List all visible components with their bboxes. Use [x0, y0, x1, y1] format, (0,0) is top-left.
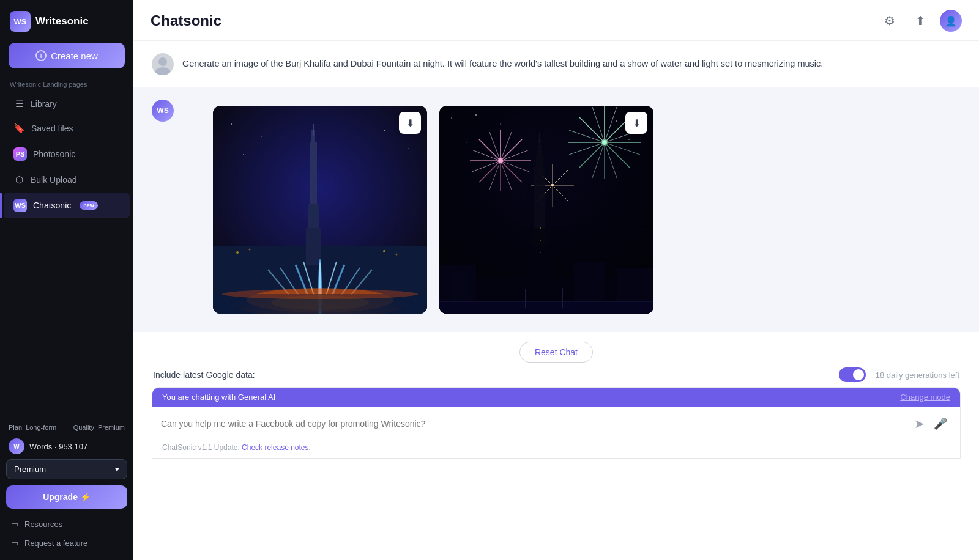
download-button-1[interactable]: ⬇: [399, 112, 421, 134]
bulk-upload-icon: ⬡: [13, 174, 24, 185]
sidebar-section-label: Writesonic Landing pages: [0, 78, 133, 92]
svg-point-0: [158, 57, 167, 66]
premium-select[interactable]: Premium ▾: [6, 459, 127, 479]
change-mode-link[interactable]: Change mode: [900, 392, 950, 402]
download-button-2[interactable]: ⬇: [625, 112, 647, 134]
svg-point-31: [408, 148, 409, 149]
chat-mode-text: You are chatting with General AI: [162, 392, 275, 402]
request-feature-icon: ▭: [11, 539, 18, 548]
svg-point-25: [249, 249, 251, 251]
words-row: W Words · 953,107: [6, 435, 127, 459]
ws-avatar-msg: WS: [152, 100, 174, 122]
chatsonic-icon: WS: [13, 199, 27, 212]
new-badge: new: [80, 201, 98, 210]
words-avatar: W: [9, 438, 24, 454]
generations-left: 18 daily generations left: [876, 370, 959, 380]
microphone-button[interactable]: 🎤: [929, 413, 951, 435]
svg-rect-99: [439, 301, 653, 314]
toggle-knob: [853, 369, 864, 380]
svg-point-1: [155, 67, 171, 75]
sidebar-item-resources[interactable]: ▭ Resources: [6, 515, 127, 534]
user-message-row: Generate an image of the Burj Khalifa an…: [133, 41, 979, 87]
logo-icon: WS: [10, 11, 31, 32]
ai-message-row: WS: [133, 87, 979, 332]
reset-chat-button[interactable]: Reset Chat: [519, 342, 593, 363]
plan-info: Plan: Long-form Quality: Premium: [6, 424, 127, 431]
user-message-text: Generate an image of the Burj Khalifa an…: [182, 53, 823, 70]
svg-rect-101: [525, 289, 526, 308]
sidebar-item-library[interactable]: ☰ Library: [4, 92, 130, 116]
svg-point-29: [261, 136, 262, 137]
chat-mode-banner: You are chatting with General AI Change …: [152, 388, 960, 407]
svg-point-83: [551, 184, 554, 186]
chevron-down-icon: ▾: [115, 465, 119, 474]
google-toggle-row: Include latest Google data: 18 daily gen…: [152, 367, 961, 382]
upgrade-button[interactable]: Upgrade ⚡: [6, 485, 127, 509]
google-toggle[interactable]: [839, 367, 866, 382]
chat-input-row: ➤ 🎤: [152, 407, 960, 441]
svg-point-26: [383, 250, 385, 252]
user-avatar-msg: [152, 53, 174, 75]
sidebar: WS Writesonic + Create new Writesonic La…: [0, 0, 133, 560]
sidebar-item-chatsonic[interactable]: WS Chatsonic new: [4, 193, 130, 218]
saved-files-icon: 🔖: [13, 123, 25, 134]
release-notes-prefix: ChatSonic v1.1 Update.: [162, 443, 240, 452]
upload-icon: ⬆: [915, 13, 926, 28]
svg-point-74: [498, 158, 503, 163]
reset-row: Reset Chat: [133, 332, 979, 367]
google-toggle-label: Include latest Google data:: [153, 370, 255, 380]
ai-response-content: ⬇: [182, 100, 961, 320]
image-card-2: ⬇: [439, 106, 653, 314]
send-icon: ➤: [914, 416, 925, 431]
svg-rect-9: [306, 228, 321, 265]
svg-point-24: [236, 251, 239, 254]
fireworks-image: [439, 106, 653, 314]
release-notes-link[interactable]: Check release notes.: [242, 443, 311, 452]
chat-input-container: You are chatting with General AI Change …: [152, 387, 961, 459]
svg-point-37: [616, 120, 617, 122]
avatar-icon: 👤: [945, 15, 957, 27]
svg-point-27: [396, 254, 398, 256]
create-new-button[interactable]: + Create new: [9, 43, 125, 68]
chat-area[interactable]: Generate an image of the Burj Khalifa an…: [133, 41, 979, 560]
sidebar-item-saved-files[interactable]: 🔖 Saved files: [4, 117, 130, 140]
svg-point-98: [540, 252, 541, 253]
svg-rect-88: [539, 133, 540, 142]
svg-point-36: [500, 123, 501, 125]
generated-images: ⬇: [213, 106, 961, 314]
svg-point-32: [243, 154, 244, 155]
svg-point-30: [384, 130, 385, 131]
svg-point-96: [540, 227, 541, 229]
quality-label: Quality: Premium: [73, 424, 125, 431]
svg-point-39: [466, 142, 467, 142]
svg-point-34: [451, 117, 452, 119]
microphone-icon: 🎤: [934, 417, 947, 430]
svg-point-40: [628, 139, 630, 140]
sidebar-item-photosonic[interactable]: PS Photosonic: [4, 141, 130, 167]
main-area: Chatsonic ⚙ ⬆ 👤 Generate an image of the…: [133, 0, 979, 560]
svg-rect-7: [313, 124, 314, 136]
svg-point-97: [540, 240, 541, 241]
fountain-image: [213, 106, 427, 314]
sidebar-bottom: Plan: Long-form Quality: Premium W Words…: [0, 416, 133, 560]
sidebar-item-bulk-upload[interactable]: ⬡ Bulk Upload: [4, 168, 130, 191]
user-avatar[interactable]: 👤: [940, 10, 962, 32]
gear-icon: ⚙: [884, 13, 895, 28]
library-icon: ☰: [13, 98, 24, 109]
chat-input[interactable]: [161, 419, 909, 429]
upload-button[interactable]: ⬆: [909, 10, 931, 32]
plan-label: Plan: Long-form: [9, 424, 56, 431]
topbar-actions: ⚙ ⬆ 👤: [879, 10, 962, 32]
settings-button[interactable]: ⚙: [879, 10, 901, 32]
svg-point-35: [475, 114, 477, 116]
svg-point-23: [222, 289, 418, 299]
brand-name: Writesonic: [35, 15, 89, 28]
sidebar-item-request-feature[interactable]: ▭ Request a feature: [6, 534, 127, 553]
resources-icon: ▭: [11, 520, 18, 529]
photosonic-icon: PS: [13, 147, 27, 161]
words-count: Words · 953,107: [29, 442, 87, 451]
send-button[interactable]: ➤: [914, 416, 925, 431]
release-notes: ChatSonic v1.1 Update. Check release not…: [152, 441, 960, 458]
page-title: Chatsonic: [151, 12, 221, 29]
svg-rect-102: [562, 288, 563, 308]
